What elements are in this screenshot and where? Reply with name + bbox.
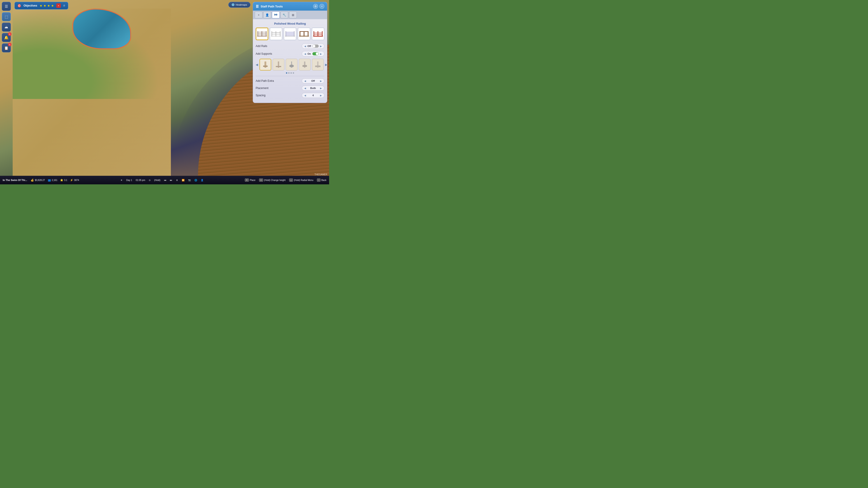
spacing-control[interactable]: ◀ 4 ▶ bbox=[302, 93, 324, 98]
svg-rect-2 bbox=[276, 13, 277, 16]
add-rails-toggle[interactable] bbox=[312, 44, 319, 48]
add-path-extra-row: Add Path Extra ◀ Off ▶ bbox=[256, 78, 324, 84]
playback-camera[interactable]: 📷 bbox=[188, 179, 191, 182]
spacing-label: Spacing bbox=[256, 94, 266, 97]
add-rails-label: Add Rails bbox=[256, 44, 267, 48]
path-extra-left-arrow[interactable]: ◀ bbox=[304, 80, 306, 82]
close-icon: × bbox=[58, 4, 59, 7]
close-icon: × bbox=[321, 5, 322, 8]
support-item-4[interactable] bbox=[299, 59, 311, 70]
add-supports-control[interactable]: ◀ On ▶ bbox=[302, 51, 324, 57]
svg-rect-40 bbox=[315, 66, 320, 67]
placement-control[interactable]: ◀ Both ▶ bbox=[302, 86, 324, 91]
terrain-icon: ⛰ bbox=[4, 25, 8, 29]
placement-row: Placement ◀ Both ▶ bbox=[256, 86, 324, 91]
playback-pause[interactable]: ⏸ bbox=[176, 179, 178, 182]
support-item-5[interactable] bbox=[312, 59, 324, 70]
railing-option-3[interactable] bbox=[284, 28, 296, 40]
add-supports-left-arrow[interactable]: ◀ bbox=[304, 53, 306, 55]
add-supports-right-arrow[interactable]: ▶ bbox=[320, 53, 322, 55]
sidebar-btn-menu[interactable]: ☰ bbox=[2, 2, 11, 11]
path-extra-right-arrow[interactable]: ▶ bbox=[320, 80, 322, 82]
playback-rewind[interactable]: ⏮ bbox=[164, 179, 166, 182]
spacing-left-arrow[interactable]: ◀ bbox=[304, 94, 306, 97]
toggle-knob bbox=[313, 45, 315, 47]
park-info-badge: 1 bbox=[8, 43, 11, 46]
panel-title-row: 🛤 Staff Path Tools bbox=[256, 4, 283, 8]
objectives-extra: ⏱ bbox=[63, 4, 65, 7]
playback-hold: ⊙ bbox=[149, 179, 151, 182]
add-path-extra-label: Add Path Extra bbox=[256, 79, 274, 83]
objectives-close-button[interactable]: × bbox=[56, 3, 61, 8]
spacing-right-arrow[interactable]: ▶ bbox=[320, 94, 322, 97]
back-label: Back bbox=[321, 179, 327, 182]
day-label: Day 1 bbox=[126, 179, 132, 182]
carousel-prev-button[interactable]: ◀ bbox=[256, 62, 258, 67]
bottom-actions: ✕ Place ⊙ (Hold) Change height △ (Hold) … bbox=[245, 178, 327, 182]
sidebar-btn-park-info[interactable]: 📋 1 bbox=[2, 43, 11, 53]
toolbar-staff-button[interactable]: 👤 bbox=[264, 11, 271, 18]
support-item-1[interactable] bbox=[259, 59, 271, 70]
add-supports-toggle[interactable] bbox=[312, 52, 319, 55]
railing-option-1[interactable] bbox=[256, 28, 268, 40]
dot-4 bbox=[293, 72, 294, 74]
add-supports-label: Add Supports bbox=[256, 52, 272, 55]
menu-icon: ☰ bbox=[5, 4, 8, 8]
park-name: In The Swim Of Thi... bbox=[3, 179, 27, 182]
carousel-items bbox=[259, 59, 324, 70]
panel-close-button[interactable]: × bbox=[319, 4, 324, 9]
playback-forward[interactable]: ⏭ bbox=[170, 179, 172, 182]
placement-left-arrow[interactable]: ◀ bbox=[304, 87, 306, 90]
spacing-value: 4 bbox=[312, 94, 314, 97]
placement-right-arrow[interactable]: ▶ bbox=[320, 87, 322, 90]
change-height-key: ⊙ bbox=[259, 178, 263, 182]
support-item-3[interactable] bbox=[286, 59, 298, 70]
objectives-title: Objectives bbox=[24, 4, 37, 7]
heatmap-dot-icon bbox=[232, 3, 235, 6]
svg-rect-19 bbox=[285, 32, 294, 36]
action-back: ○ Back bbox=[317, 178, 327, 182]
heatmaps-button[interactable]: Heatmaps bbox=[228, 2, 250, 8]
rating-icon: ⭐ bbox=[60, 179, 63, 182]
sidebar-btn-terrain[interactable]: ⛰ bbox=[2, 23, 11, 32]
toolbar-grid-button[interactable]: ⊞ bbox=[289, 11, 297, 18]
playback-fast-forward[interactable]: ⏩ bbox=[182, 179, 184, 182]
add-rails-value: Off bbox=[307, 45, 311, 47]
railing-option-2[interactable] bbox=[270, 28, 282, 40]
railing-option-5[interactable] bbox=[312, 28, 324, 40]
svg-rect-16 bbox=[285, 36, 295, 37]
panel-settings-button[interactable]: ⚙ bbox=[313, 4, 318, 9]
railing-option-4[interactable] bbox=[298, 28, 310, 40]
playback-settings[interactable]: 👤 bbox=[201, 179, 204, 182]
add-rails-left-arrow[interactable]: ◀ bbox=[304, 45, 306, 47]
add-supports-row: Add Supports ◀ On ▶ bbox=[256, 51, 324, 57]
star-3: ★ bbox=[47, 4, 50, 7]
support-item-2[interactable] bbox=[273, 59, 284, 70]
add-rails-right-arrow[interactable]: ▶ bbox=[320, 45, 322, 47]
place-label: Place bbox=[250, 179, 255, 182]
bottom-stats: 💰 $3,828.27 👥 2,161 ⭐ 3.1 ⚡ 3874 bbox=[31, 179, 79, 182]
add-path-extra-control[interactable]: ◀ Off ▶ bbox=[302, 78, 324, 84]
svg-rect-22 bbox=[304, 31, 305, 37]
spacing-row: Spacing ◀ 4 ▶ bbox=[256, 93, 324, 98]
notification-badge: 1 bbox=[8, 32, 11, 36]
thegamer-logo: THEGAMER bbox=[314, 173, 327, 176]
svg-rect-34 bbox=[276, 66, 281, 67]
toolbar-add-button[interactable]: ＋ bbox=[255, 11, 262, 18]
item4-value: 3874 bbox=[74, 179, 79, 182]
carousel-next-button[interactable]: ▶ bbox=[325, 62, 327, 67]
panel-divider bbox=[256, 76, 324, 76]
star-row: ★ ★ ★ ★ bbox=[39, 4, 54, 7]
action-radial-menu: △ (Hold) Radial Menu bbox=[289, 178, 313, 182]
guests-icon: 👥 bbox=[48, 179, 51, 182]
heatmaps-label: Heatmaps bbox=[236, 3, 247, 6]
sidebar-btn-notifications[interactable]: 🔔 1 bbox=[2, 33, 11, 42]
add-rails-control[interactable]: ◀ Off ▶ bbox=[302, 43, 324, 49]
toolbar-path-button[interactable] bbox=[272, 11, 280, 18]
sidebar-btn-map[interactable]: ⬚ bbox=[2, 12, 11, 21]
playback-screenshot[interactable]: 🌐 bbox=[194, 179, 197, 182]
dot-3 bbox=[290, 72, 292, 74]
placement-value: Both bbox=[310, 87, 316, 90]
toolbar-tools-button[interactable]: 🔧 bbox=[281, 11, 288, 18]
staff-path-tools-panel: 🛤 Staff Path Tools ⚙ × ＋ 👤 bbox=[253, 2, 327, 103]
